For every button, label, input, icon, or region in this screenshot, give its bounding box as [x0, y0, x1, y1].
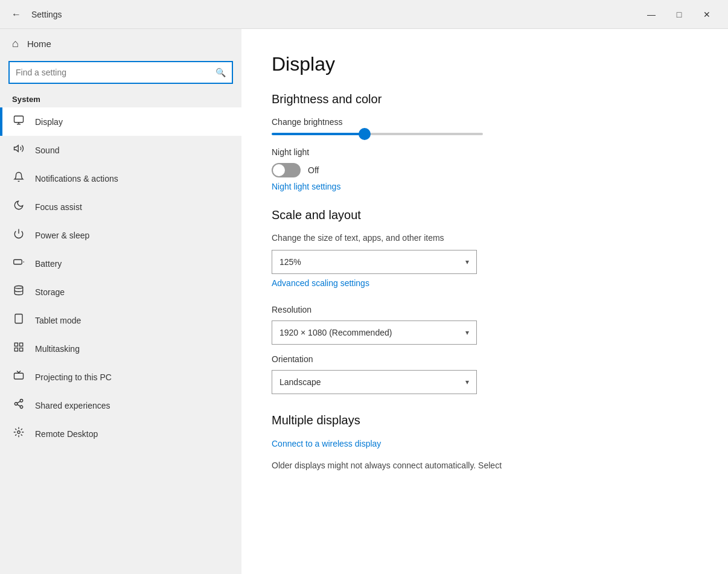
multitasking-icon [12, 342, 25, 356]
projecting-icon [12, 370, 25, 384]
brightness-slider-wrap[interactable] [272, 133, 698, 135]
sidebar-item-display[interactable]: Display [0, 107, 241, 136]
svg-point-15 [20, 400, 23, 403]
svg-point-7 [14, 286, 23, 289]
sidebar-section-title: System [0, 91, 241, 107]
svg-marker-3 [14, 145, 19, 152]
svg-rect-11 [20, 343, 23, 346]
sidebar-item-shared-label: Shared experiences [35, 401, 110, 410]
sidebar-items: DisplaySoundNotifications & actionsFocus… [0, 107, 241, 448]
multiple-displays-heading: Multiple displays [272, 413, 698, 427]
page-title: Display [272, 53, 698, 75]
sidebar: ⌂ Home 🔍 System DisplaySoundNotification… [0, 29, 241, 574]
chevron-down-icon: ▾ [465, 378, 469, 386]
connect-wireless-link[interactable]: Connect to a wireless display [272, 439, 381, 448]
advanced-scaling-link[interactable]: Advanced scaling settings [272, 278, 369, 288]
svg-rect-12 [20, 348, 23, 351]
sidebar-item-remote-label: Remote Desktop [35, 429, 98, 439]
remote-icon [12, 427, 25, 441]
night-light-label: Night light [272, 147, 698, 157]
battery-icon [12, 257, 25, 270]
sidebar-item-focus-label: Focus assist [35, 202, 82, 212]
resolution-dropdown-value: 1920 × 1080 (Recommended) [279, 328, 465, 337]
chevron-down-icon: ▾ [465, 258, 469, 266]
night-light-state: Off [308, 165, 319, 175]
toggle-knob [273, 164, 285, 176]
notifications-icon [12, 171, 25, 185]
sidebar-item-display-label: Display [35, 117, 63, 127]
sidebar-item-battery[interactable]: Battery [0, 249, 241, 278]
night-light-toggle-row: Off [272, 163, 698, 177]
window-controls: — □ ✕ [637, 5, 721, 24]
search-icon: 🔍 [216, 68, 226, 77]
home-label: Home [27, 39, 51, 49]
sidebar-home-button[interactable]: ⌂ Home [0, 29, 241, 59]
sound-icon [12, 143, 25, 157]
back-icon: ← [11, 9, 21, 20]
focus-icon [12, 200, 25, 214]
svg-rect-14 [14, 373, 24, 379]
svg-point-16 [14, 403, 18, 406]
resolution-label: Resolution [272, 305, 698, 314]
orientation-wrap: Orientation Landscape ▾ [272, 354, 698, 394]
svg-line-18 [17, 404, 20, 406]
sidebar-item-projecting-label: Projecting to this PC [35, 372, 112, 382]
sidebar-item-notifications-label: Notifications & actions [35, 174, 118, 183]
bottom-info-text: Older displays might not always connect … [272, 461, 698, 470]
svg-rect-0 [14, 116, 24, 123]
window-title: Settings [31, 10, 62, 19]
sidebar-item-battery-label: Battery [35, 259, 62, 269]
svg-point-17 [20, 406, 23, 409]
sidebar-item-sound[interactable]: Sound [0, 136, 241, 164]
close-button[interactable]: ✕ [693, 5, 721, 24]
back-button[interactable]: ← [7, 5, 25, 24]
sidebar-item-multitasking[interactable]: Multitasking [0, 334, 241, 363]
sidebar-item-tablet[interactable]: Tablet mode [0, 306, 241, 334]
svg-line-19 [17, 401, 20, 403]
brightness-slider[interactable] [272, 133, 483, 135]
scale-dropdown-value: 125% [279, 257, 465, 267]
brightness-label: Change brightness [272, 117, 698, 127]
tablet-icon [12, 313, 25, 327]
brightness-section: Brightness and color Change brightness N… [272, 92, 698, 208]
shared-icon [12, 398, 25, 412]
brightness-thumb[interactable] [359, 128, 371, 140]
resolution-dropdown[interactable]: 1920 × 1080 (Recommended) ▾ [272, 320, 477, 345]
sidebar-item-shared[interactable]: Shared experiences [0, 391, 241, 419]
brightness-heading: Brightness and color [272, 92, 698, 106]
svg-rect-10 [14, 343, 18, 346]
sidebar-item-notifications[interactable]: Notifications & actions [0, 164, 241, 193]
orientation-dropdown-value: Landscape [279, 377, 465, 387]
sidebar-item-storage[interactable]: Storage [0, 278, 241, 306]
svg-rect-13 [14, 348, 18, 351]
sidebar-item-storage-label: Storage [35, 287, 65, 297]
app-body: ⌂ Home 🔍 System DisplaySoundNotification… [0, 29, 728, 574]
sidebar-item-focus[interactable]: Focus assist [0, 193, 241, 221]
power-icon [12, 228, 25, 242]
search-box[interactable]: 🔍 [8, 61, 233, 84]
sidebar-item-power-label: Power & sleep [35, 231, 89, 240]
home-icon: ⌂ [12, 37, 19, 50]
orientation-dropdown[interactable]: Landscape ▾ [272, 370, 477, 394]
main-content: Display Brightness and color Change brig… [241, 29, 728, 574]
sidebar-item-power[interactable]: Power & sleep [0, 221, 241, 249]
sidebar-item-remote[interactable]: Remote Desktop [0, 419, 241, 448]
chevron-down-icon: ▾ [465, 328, 469, 337]
maximize-button[interactable]: □ [665, 5, 693, 24]
sidebar-item-tablet-label: Tablet mode [35, 316, 81, 325]
scale-section: Scale and layout Change the size of text… [272, 208, 698, 394]
svg-point-20 [18, 431, 21, 434]
storage-icon [12, 285, 25, 299]
night-light-settings-link[interactable]: Night light settings [272, 182, 340, 191]
minimize-button[interactable]: — [637, 5, 665, 24]
night-light-toggle[interactable] [272, 163, 301, 177]
multiple-displays-section: Multiple displays Connect to a wireless … [272, 413, 698, 470]
svg-rect-5 [14, 260, 22, 264]
title-bar: ← Settings — □ ✕ [0, 0, 728, 29]
sidebar-item-projecting[interactable]: Projecting to this PC [0, 363, 241, 391]
size-label: Change the size of text, apps, and other… [272, 233, 698, 243]
search-input[interactable] [16, 68, 216, 77]
sidebar-item-multitasking-label: Multitasking [35, 344, 80, 354]
scale-dropdown[interactable]: 125% ▾ [272, 250, 477, 274]
orientation-label: Orientation [272, 354, 698, 364]
